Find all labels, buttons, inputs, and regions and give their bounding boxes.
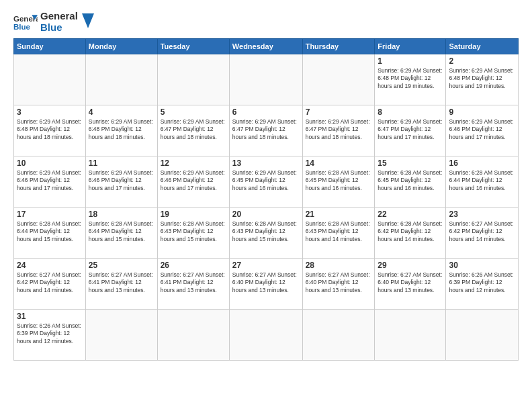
day-info: Sunrise: 6:28 AM Sunset: 6:43 PM Dayligh…	[306, 220, 372, 243]
day-info: Sunrise: 6:29 AM Sunset: 6:46 PM Dayligh…	[17, 169, 83, 192]
calendar-cell	[85, 310, 157, 361]
day-info: Sunrise: 6:28 AM Sunset: 6:42 PM Dayligh…	[378, 220, 443, 243]
calendar-cell: 9Sunrise: 6:29 AM Sunset: 6:46 PM Daylig…	[446, 105, 519, 156]
calendar-cell: 4Sunrise: 6:29 AM Sunset: 6:48 PM Daylig…	[85, 105, 157, 156]
day-number: 8	[378, 107, 443, 117]
page: General Blue General Blue SundayMondayTu…	[0, 0, 532, 411]
day-info: Sunrise: 6:26 AM Sunset: 6:39 PM Dayligh…	[17, 322, 83, 345]
day-info: Sunrise: 6:27 AM Sunset: 6:41 PM Dayligh…	[161, 271, 226, 294]
day-number: 29	[378, 261, 443, 270]
week-row-4: 17Sunrise: 6:28 AM Sunset: 6:44 PM Dayli…	[14, 208, 519, 259]
day-number: 17	[17, 210, 83, 219]
calendar-cell: 11Sunrise: 6:29 AM Sunset: 6:46 PM Dayli…	[85, 156, 157, 208]
day-info: Sunrise: 6:29 AM Sunset: 6:46 PM Dayligh…	[161, 169, 226, 192]
day-info: Sunrise: 6:29 AM Sunset: 6:46 PM Dayligh…	[89, 169, 154, 192]
calendar-cell: 10Sunrise: 6:29 AM Sunset: 6:46 PM Dayli…	[14, 156, 86, 208]
weekday-header-thursday: Thursday	[302, 39, 375, 54]
calendar-cell: 14Sunrise: 6:28 AM Sunset: 6:45 PM Dayli…	[302, 156, 375, 208]
calendar-cell: 6Sunrise: 6:29 AM Sunset: 6:47 PM Daylig…	[229, 105, 302, 156]
calendar-cell: 22Sunrise: 6:28 AM Sunset: 6:42 PM Dayli…	[375, 208, 446, 259]
day-info: Sunrise: 6:28 AM Sunset: 6:43 PM Dayligh…	[232, 220, 300, 243]
day-number: 18	[89, 210, 154, 219]
calendar-cell: 19Sunrise: 6:28 AM Sunset: 6:43 PM Dayli…	[157, 208, 229, 259]
day-number: 12	[161, 158, 226, 168]
day-number: 22	[378, 210, 443, 219]
calendar-cell	[375, 310, 446, 361]
calendar-cell: 31Sunrise: 6:26 AM Sunset: 6:39 PM Dayli…	[14, 310, 86, 361]
week-row-3: 10Sunrise: 6:29 AM Sunset: 6:46 PM Dayli…	[14, 156, 519, 208]
calendar-cell: 17Sunrise: 6:28 AM Sunset: 6:44 PM Dayli…	[14, 208, 86, 259]
day-info: Sunrise: 6:29 AM Sunset: 6:46 PM Dayligh…	[449, 118, 515, 141]
day-info: Sunrise: 6:29 AM Sunset: 6:48 PM Dayligh…	[89, 118, 154, 141]
calendar-cell	[85, 54, 157, 105]
day-number: 25	[89, 261, 154, 270]
logo-triangle-icon	[82, 13, 94, 28]
calendar-cell: 23Sunrise: 6:27 AM Sunset: 6:42 PM Dayli…	[446, 208, 519, 259]
day-number: 21	[306, 210, 372, 219]
calendar-cell	[446, 310, 519, 361]
day-number: 31	[17, 312, 83, 321]
day-number: 24	[17, 261, 83, 270]
header-area: General Blue General Blue	[13, 11, 519, 33]
day-number: 14	[306, 158, 372, 168]
day-number: 13	[232, 158, 300, 168]
day-info: Sunrise: 6:29 AM Sunset: 6:47 PM Dayligh…	[378, 118, 443, 141]
day-number: 15	[378, 158, 443, 168]
day-info: Sunrise: 6:28 AM Sunset: 6:44 PM Dayligh…	[449, 169, 515, 192]
calendar-cell: 20Sunrise: 6:28 AM Sunset: 6:43 PM Dayli…	[229, 208, 302, 259]
weekday-header-saturday: Saturday	[446, 39, 519, 54]
calendar-cell: 8Sunrise: 6:29 AM Sunset: 6:47 PM Daylig…	[375, 105, 446, 156]
day-info: Sunrise: 6:28 AM Sunset: 6:44 PM Dayligh…	[89, 220, 154, 243]
day-info: Sunrise: 6:27 AM Sunset: 6:42 PM Dayligh…	[17, 271, 83, 294]
week-row-6: 31Sunrise: 6:26 AM Sunset: 6:39 PM Dayli…	[14, 310, 519, 361]
calendar-cell: 27Sunrise: 6:27 AM Sunset: 6:40 PM Dayli…	[229, 259, 302, 310]
day-info: Sunrise: 6:28 AM Sunset: 6:45 PM Dayligh…	[378, 169, 443, 192]
calendar-cell: 16Sunrise: 6:28 AM Sunset: 6:44 PM Dayli…	[446, 156, 519, 208]
calendar-cell: 3Sunrise: 6:29 AM Sunset: 6:48 PM Daylig…	[14, 105, 86, 156]
day-number: 26	[161, 261, 226, 270]
day-info: Sunrise: 6:29 AM Sunset: 6:47 PM Dayligh…	[161, 118, 226, 141]
day-number: 30	[449, 261, 515, 270]
day-info: Sunrise: 6:28 AM Sunset: 6:45 PM Dayligh…	[306, 169, 372, 192]
day-number: 11	[89, 158, 154, 168]
week-row-1: 1Sunrise: 6:29 AM Sunset: 6:48 PM Daylig…	[14, 54, 519, 105]
weekday-header-wednesday: Wednesday	[229, 39, 302, 54]
calendar-cell: 21Sunrise: 6:28 AM Sunset: 6:43 PM Dayli…	[302, 208, 375, 259]
day-number: 1	[378, 56, 443, 66]
day-number: 16	[449, 158, 515, 168]
day-info: Sunrise: 6:28 AM Sunset: 6:43 PM Dayligh…	[161, 220, 226, 243]
day-info: Sunrise: 6:27 AM Sunset: 6:40 PM Dayligh…	[232, 271, 300, 294]
calendar-header: SundayMondayTuesdayWednesdayThursdayFrid…	[14, 39, 519, 54]
day-info: Sunrise: 6:29 AM Sunset: 6:48 PM Dayligh…	[378, 67, 443, 90]
day-number: 7	[306, 107, 372, 117]
day-number: 6	[232, 107, 300, 117]
day-number: 2	[449, 56, 515, 66]
calendar-cell	[229, 310, 302, 361]
calendar-cell: 15Sunrise: 6:28 AM Sunset: 6:45 PM Dayli…	[375, 156, 446, 208]
calendar-cell	[157, 310, 229, 361]
day-info: Sunrise: 6:29 AM Sunset: 6:47 PM Dayligh…	[232, 118, 300, 141]
calendar-cell: 18Sunrise: 6:28 AM Sunset: 6:44 PM Dayli…	[85, 208, 157, 259]
day-info: Sunrise: 6:29 AM Sunset: 6:48 PM Dayligh…	[449, 67, 515, 90]
day-info: Sunrise: 6:29 AM Sunset: 6:47 PM Dayligh…	[306, 118, 372, 141]
day-info: Sunrise: 6:27 AM Sunset: 6:41 PM Dayligh…	[89, 271, 154, 294]
day-number: 9	[449, 107, 515, 117]
logo-icon: General Blue	[13, 13, 38, 32]
day-info: Sunrise: 6:28 AM Sunset: 6:44 PM Dayligh…	[17, 220, 83, 243]
calendar-body: 1Sunrise: 6:29 AM Sunset: 6:48 PM Daylig…	[14, 54, 519, 361]
weekday-header-monday: Monday	[85, 39, 157, 54]
calendar-cell	[14, 54, 86, 105]
day-number: 4	[89, 107, 154, 117]
calendar-cell	[157, 54, 229, 105]
calendar-cell: 26Sunrise: 6:27 AM Sunset: 6:41 PM Dayli…	[157, 259, 229, 310]
calendar-cell	[229, 54, 302, 105]
weekday-header-row: SundayMondayTuesdayWednesdayThursdayFrid…	[14, 39, 519, 54]
calendar-cell: 1Sunrise: 6:29 AM Sunset: 6:48 PM Daylig…	[375, 54, 446, 105]
weekday-header-friday: Friday	[375, 39, 446, 54]
calendar-cell: 12Sunrise: 6:29 AM Sunset: 6:46 PM Dayli…	[157, 156, 229, 208]
calendar-cell: 13Sunrise: 6:29 AM Sunset: 6:45 PM Dayli…	[229, 156, 302, 208]
day-number: 23	[449, 210, 515, 219]
day-number: 28	[306, 261, 372, 270]
weekday-header-sunday: Sunday	[14, 39, 86, 54]
day-number: 19	[161, 210, 226, 219]
